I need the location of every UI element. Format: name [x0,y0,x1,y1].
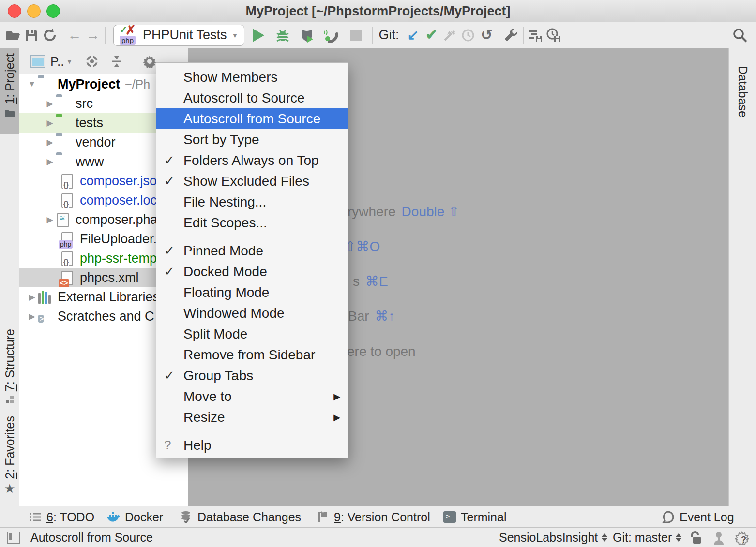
tab-project[interactable]: 1: Project [0,48,19,134]
back-button[interactable]: ← [65,26,84,45]
project-folder-icon [4,108,15,117]
commit-check-icon: ✔ [425,28,437,42]
tree-label: phpcs.xml [80,270,139,285]
menu-item-floating-mode[interactable]: Floating Mode [156,282,348,303]
scratches-icon: > [38,310,53,323]
menu-separator [156,237,348,237]
cherry-pick-icon [443,29,456,42]
left-tool-window-stripe: 1: Project 7: Structure 2: Favorites ★ [0,48,20,527]
tab-structure[interactable]: 7: Structure [0,329,19,414]
menu-item-show-members[interactable]: Show Members [156,67,348,88]
phpunit-config-icon: ✓✗ php [120,26,139,45]
run-with-coverage-button[interactable] [298,26,316,45]
run-button[interactable] [249,26,268,45]
tab-todo[interactable]: 6: TODO [29,506,94,528]
forward-button[interactable]: → [84,26,102,45]
php-file-icon: php [60,232,75,246]
lock-toggle-button[interactable] [689,528,702,547]
database-changes-icon [180,511,193,523]
gear-question-icon: ? [735,531,749,545]
menu-item-remove-from-sidebar[interactable]: Remove from Sidebar [156,344,348,365]
folder-icon [56,97,71,110]
menu-item-group-tabs[interactable]: ✓Group Tabs [156,365,348,386]
tab-database-changes[interactable]: Database Changes [180,506,301,528]
menu-item-edit-scopes[interactable]: Edit Scopes... [156,212,348,233]
forward-arrow-icon: → [86,28,100,42]
locate-file-button[interactable] [85,55,99,68]
listen-debug-button[interactable] [322,26,340,45]
todo-label: 6: TODO [46,510,94,524]
project-path-suffix: ~/Ph [125,77,150,91]
tree-label: vendor [76,135,116,150]
search-icon [733,28,747,43]
tab-version-control[interactable]: 9: Version Control [318,506,430,528]
inspection-profile-button[interactable] [712,528,725,547]
toolbar-separator [62,27,62,44]
debug-button[interactable] [273,26,292,45]
open-button[interactable] [4,26,22,45]
menu-item-resize[interactable]: Resize▶ [156,407,348,428]
inspections-settings-button[interactable]: ? [735,528,749,547]
tree-label: composer.pha [76,212,158,227]
status-message: Autoscroll from Source [30,528,153,547]
menu-separator [156,431,348,431]
sort-arrows-icon [676,533,681,542]
tab-favorites[interactable]: 2: Favorites ★ [0,416,19,505]
menu-item-windowed-mode[interactable]: Windowed Mode [156,303,348,324]
database-tab-label: Database [736,66,750,118]
json-file-icon: {} [60,193,75,207]
search-everywhere-button[interactable] [731,26,749,45]
update-project-icon: ↙ [407,28,419,42]
tab-database[interactable]: Database [729,59,756,118]
star-icon: ★ [4,481,15,496]
menu-item-split-mode[interactable]: Split Mode [156,324,348,344]
tab-event-log[interactable]: Event Log [661,506,734,528]
git-update-button[interactable]: ↙ [404,26,422,45]
svg-text:?: ? [741,535,746,545]
synchronize-button[interactable] [41,26,59,45]
tool-window-switcher-button[interactable] [7,528,20,547]
chevron-down-icon[interactable]: ▼ [66,58,73,65]
menu-item-show-excluded-files[interactable]: ✓Show Excluded Files [156,171,348,192]
project-view-selector[interactable]: P.. [50,54,64,69]
settings-button[interactable] [502,26,520,45]
menu-item-file-nesting[interactable]: File Nesting... [156,192,348,212]
rollback-button[interactable]: ↺ [477,26,496,45]
phpstorm-window: MyProject [~/PhpstormProjects/MyProject]… [0,0,756,547]
collapse-all-button[interactable] [110,55,123,68]
tab-terminal[interactable]: >_ Terminal [443,506,506,528]
check-icon: ✓ [156,153,183,168]
stop-button[interactable] [347,26,365,45]
save-icon [25,29,38,42]
git-commit-button[interactable]: ✔ [422,26,440,45]
menu-item-autoscroll-from-source[interactable]: Autoscroll from Source [156,108,348,129]
menu-item-sort-by-type[interactable]: Sort by Type [156,129,348,150]
git-cherry-pick-button[interactable] [440,26,459,45]
structure-icon [5,395,14,404]
terminal-label: Terminal [461,510,506,524]
git-branch-widget[interactable]: Git: master [613,528,681,547]
restore-layout-button[interactable] [545,26,563,45]
insight-widget[interactable]: SensioLabsInsight [499,528,607,547]
archive-file-icon: ≋ [56,213,71,226]
docker-icon [106,511,120,523]
menu-item-move-to[interactable]: Move to▶ [156,386,348,407]
tab-docker[interactable]: Docker [106,506,163,528]
libraries-icon [38,290,53,304]
toolbar-separator [523,27,524,44]
menu-item-docked-mode[interactable]: ✓Docked Mode [156,261,348,282]
save-all-button[interactable] [22,26,41,45]
menu-item-pinned-mode[interactable]: ✓Pinned Mode [156,240,348,261]
menu-item-folders-always-on-top[interactable]: ✓Folders Always on Top [156,150,348,171]
check-icon: ✓ [156,243,183,258]
back-arrow-icon: ← [68,28,82,42]
test-folder-icon [56,116,71,130]
gear-button[interactable] [143,55,156,68]
show-history-button[interactable] [459,26,477,45]
menu-item-autoscroll-to-source[interactable]: Autoscroll to Source [156,88,348,108]
folder-icon [56,135,71,149]
menu-item-help[interactable]: ?Help [156,435,348,456]
tree-label: Scratches and C [58,309,154,324]
save-layout-button[interactable] [527,26,545,45]
run-configuration-select[interactable]: ✓✗ php PHPUnit Tests ▼ [113,25,244,46]
